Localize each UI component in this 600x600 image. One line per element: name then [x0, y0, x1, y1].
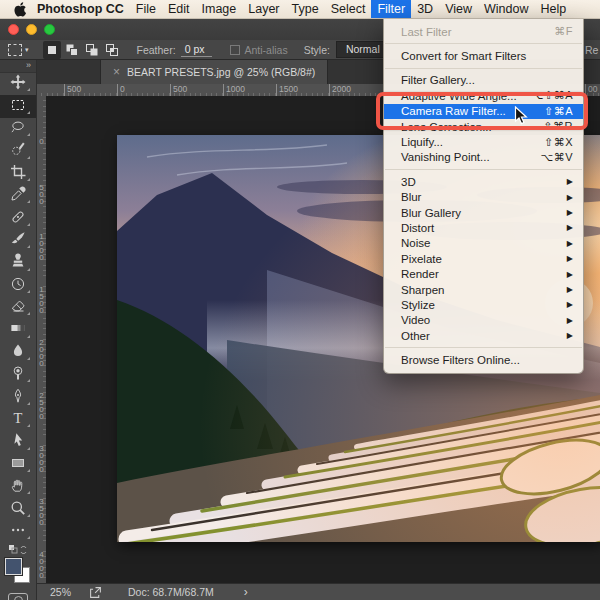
status-options-chevron[interactable]: ›: [244, 585, 248, 599]
dodge-tool[interactable]: [0, 364, 36, 386]
menubar-item-3d[interactable]: 3D: [411, 0, 439, 18]
color-swatches: [0, 557, 36, 585]
intersect-selection-button[interactable]: [103, 41, 121, 59]
rectangle-tool[interactable]: [0, 454, 36, 476]
filter-menu-item-sharpen[interactable]: Sharpen▶: [384, 282, 583, 297]
brush-tool[interactable]: [0, 230, 36, 252]
menubar-app-name[interactable]: Photoshop CC: [31, 0, 130, 18]
menubar-item-image[interactable]: Image: [196, 0, 243, 18]
menu-item-label: Stylize: [401, 299, 567, 311]
v-ruler-label: 2500: [37, 391, 46, 419]
filter-menu-item-3d[interactable]: 3D▶: [384, 174, 583, 189]
menu-item-shortcut: ⇧⌘A: [544, 105, 573, 118]
add-to-selection-button[interactable]: [63, 41, 81, 59]
filter-menu-item-blur[interactable]: Blur▶: [384, 190, 583, 205]
document-tab[interactable]: × BEART PRESETS.jpg @ 25% (RGB/8#): [100, 60, 328, 84]
filter-menu-item-browse-filters-online[interactable]: Browse Filters Online...: [384, 352, 583, 367]
rectangle-shape-icon: [10, 455, 26, 475]
quick-selection-tool[interactable]: [0, 140, 36, 162]
close-window-button[interactable]: [8, 24, 19, 35]
menubar-item-edit[interactable]: Edit: [162, 0, 196, 18]
filter-menu-item-noise[interactable]: Noise▶: [384, 236, 583, 251]
menubar-item-type[interactable]: Type: [286, 0, 325, 18]
gradient-tool[interactable]: [0, 319, 36, 341]
filter-menu-item-blur-gallery[interactable]: Blur Gallery▶: [384, 205, 583, 220]
filter-menu-item-pixelate[interactable]: Pixelate▶: [384, 251, 583, 266]
brush-icon: [10, 231, 26, 251]
blur-tool[interactable]: [0, 342, 36, 364]
submenu-arrow-icon: ▶: [567, 239, 573, 248]
v-ruler-label: 3000: [37, 444, 46, 472]
filter-menu-item-convert-for-smart-filters[interactable]: Convert for Smart Filters: [384, 48, 583, 63]
menubar-item-layer[interactable]: Layer: [242, 0, 285, 18]
filter-menu-item-video[interactable]: Video▶: [384, 313, 583, 328]
tool-preset-button[interactable]: ▾: [8, 44, 29, 56]
menubar-item-filter[interactable]: Filter: [371, 0, 411, 18]
menu-item-shortcut: ⌥⌘V: [540, 151, 573, 164]
filter-menu-item-stylize[interactable]: Stylize▶: [384, 297, 583, 312]
pen-tool[interactable]: [0, 386, 36, 408]
menubar-item-view[interactable]: View: [439, 0, 478, 18]
menu-item-label: Filter Gallery...: [401, 74, 573, 86]
minimize-window-button[interactable]: [26, 24, 37, 35]
menu-item-label: 3D: [401, 176, 567, 188]
filter-menu-item-render[interactable]: Render▶: [384, 266, 583, 281]
menu-separator: [385, 169, 582, 170]
zoom-window-button[interactable]: [44, 24, 55, 35]
move-tool[interactable]: [0, 73, 36, 95]
menu-item-label: Blur: [401, 191, 567, 203]
clone-stamp-icon: [10, 253, 26, 273]
menu-item-label: Pixelate: [401, 253, 567, 265]
filter-menu-item-adaptive-wide-angle[interactable]: Adaptive Wide Angle...⌥⇧⌘A: [384, 88, 583, 103]
subtract-from-selection-button[interactable]: [83, 41, 101, 59]
foreground-color-swatch[interactable]: [5, 558, 22, 575]
zoom-icon: [10, 500, 26, 520]
filter-menu-item-camera-raw-filter[interactable]: Camera Raw Filter...⇧⌘A: [384, 104, 583, 119]
close-tab-icon[interactable]: ×: [113, 67, 120, 77]
lasso-tool[interactable]: [0, 118, 36, 140]
filter-menu-item-distort[interactable]: Distort▶: [384, 220, 583, 235]
lasso-icon: [10, 119, 26, 139]
status-bar: 25% Doc: 68.7M/68.7M ›: [36, 583, 600, 600]
toolbox-collapse-button[interactable]: »: [0, 60, 36, 73]
eyedropper-tool[interactable]: [0, 185, 36, 207]
eyedropper-icon: [10, 186, 26, 206]
menu-item-label: Sharpen: [401, 284, 567, 296]
zoom-level-input[interactable]: 25%: [50, 586, 71, 598]
h-ruler-label: 0: [117, 84, 125, 95]
spot-healing-brush-tool[interactable]: [0, 207, 36, 229]
type-tool[interactable]: T: [0, 409, 36, 431]
hand-tool[interactable]: [0, 476, 36, 498]
feather-input[interactable]: 0 px: [181, 43, 213, 57]
edit-toolbar[interactable]: [0, 521, 36, 543]
system-menu-bar: Photoshop CC FileEditImageLayerTypeSelec…: [0, 0, 600, 19]
h-ruler-label: 500: [64, 84, 81, 95]
anti-alias-checkbox[interactable]: [230, 45, 240, 55]
filter-menu-item-liquify[interactable]: Liquify...⇧⌘X: [384, 134, 583, 149]
style-dropdown[interactable]: Normal: [336, 41, 390, 58]
menubar-item-select[interactable]: Select: [325, 0, 372, 18]
eraser-tool[interactable]: [0, 297, 36, 319]
crop-tool[interactable]: [0, 163, 36, 185]
apple-icon[interactable]: [10, 0, 31, 18]
filter-menu-item-vanishing-point[interactable]: Vanishing Point...⌥⌘V: [384, 150, 583, 165]
menubar-item-window[interactable]: Window: [478, 0, 534, 18]
new-selection-button[interactable]: [43, 41, 61, 59]
refine-edge-button-fragment[interactable]: Re: [585, 44, 598, 56]
menubar-item-file[interactable]: File: [130, 0, 162, 18]
history-brush-tool[interactable]: [0, 275, 36, 297]
screen-mode-button[interactable]: [8, 593, 28, 600]
export-icon[interactable]: [89, 586, 102, 599]
filter-menu-item-filter-gallery[interactable]: Filter Gallery...: [384, 73, 583, 88]
swap-colors-icon[interactable]: [0, 543, 36, 556]
screen: Photoshop CC FileEditImageLayerTypeSelec…: [0, 0, 600, 600]
submenu-arrow-icon: ▶: [567, 331, 573, 340]
menubar-item-help[interactable]: Help: [535, 0, 573, 18]
path-selection-tool[interactable]: [0, 431, 36, 453]
submenu-arrow-icon: ▶: [567, 270, 573, 279]
rectangular-marquee-tool[interactable]: [0, 95, 36, 117]
filter-menu-item-other[interactable]: Other▶: [384, 328, 583, 343]
zoom-tool[interactable]: [0, 498, 36, 520]
filter-menu-item-lens-correction[interactable]: Lens Correction...⇧⌘R: [384, 119, 583, 134]
clone-stamp-tool[interactable]: [0, 252, 36, 274]
